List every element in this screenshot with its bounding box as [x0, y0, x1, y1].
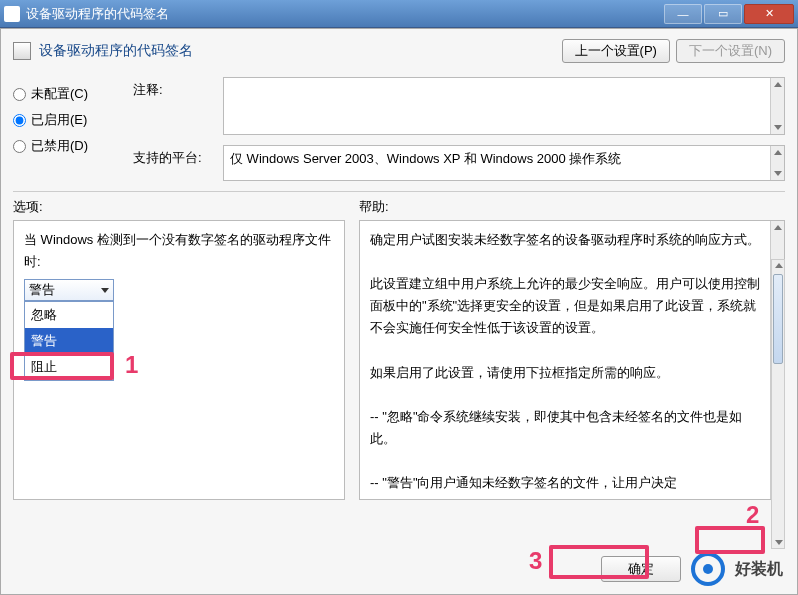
- platform-value: 仅 Windows Server 2003、Windows XP 和 Windo…: [230, 151, 621, 166]
- radio-enabled[interactable]: 已启用(E): [13, 111, 133, 129]
- radio-not-configured-label: 未配置(C): [31, 85, 88, 103]
- comment-label: 注释:: [133, 77, 223, 99]
- comment-textarea[interactable]: [223, 77, 785, 135]
- dropdown-option-ignore[interactable]: 忽略: [25, 302, 113, 328]
- help-title: 帮助:: [359, 198, 785, 216]
- minimize-button[interactable]: —: [664, 4, 702, 24]
- page-title: 设备驱动程序的代码签名: [39, 42, 556, 60]
- behavior-dropdown-value: 警告: [29, 279, 55, 301]
- app-icon: [4, 6, 20, 22]
- annotation-label-2: 2: [746, 501, 759, 529]
- platform-scrollbar[interactable]: [770, 146, 784, 180]
- options-panel: 当 Windows 检测到一个没有数字签名的驱动程序文件时: 警告 忽略 警告 …: [13, 220, 345, 500]
- options-title: 选项:: [13, 198, 345, 216]
- help-p3: 如果启用了此设置，请使用下拉框指定所需的响应。: [370, 362, 766, 384]
- window-title: 设备驱动程序的代码签名: [26, 5, 169, 23]
- behavior-dropdown-list[interactable]: 忽略 警告 阻止: [24, 301, 114, 381]
- help-p4: -- "忽略"命令系统继续安装，即使其中包含未经签名的文件也是如此。: [370, 406, 766, 450]
- watermark-text: 好装机: [735, 559, 783, 580]
- radio-disabled[interactable]: 已禁用(D): [13, 137, 133, 155]
- annotation-box-2: [695, 526, 765, 554]
- radio-disabled-label: 已禁用(D): [31, 137, 88, 155]
- platform-label: 支持的平台:: [133, 145, 223, 167]
- dropdown-option-block[interactable]: 阻止: [25, 354, 113, 380]
- platform-box: 仅 Windows Server 2003、Windows XP 和 Windo…: [223, 145, 785, 181]
- dropdown-option-warn[interactable]: 警告: [25, 328, 113, 354]
- behavior-dropdown[interactable]: 警告 忽略 警告 阻止: [24, 279, 114, 301]
- radio-disabled-input[interactable]: [13, 140, 26, 153]
- radio-not-configured[interactable]: 未配置(C): [13, 85, 133, 103]
- ok-button[interactable]: 确定: [601, 556, 681, 582]
- help-p2: 此设置建立组中用户系统上允许的最少安全响应。用户可以使用控制面板中的"系统"选择…: [370, 273, 766, 339]
- options-prompt: 当 Windows 检测到一个没有数字签名的驱动程序文件时:: [24, 229, 334, 273]
- chevron-down-icon: [101, 288, 109, 293]
- comment-scrollbar[interactable]: [770, 78, 784, 134]
- policy-icon: [13, 42, 31, 60]
- help-p1: 确定用户试图安装未经数字签名的设备驱动程序时系统的响应方式。: [370, 229, 766, 251]
- titlebar: 设备驱动程序的代码签名 — ▭ ✕: [0, 0, 798, 28]
- close-button[interactable]: ✕: [744, 4, 794, 24]
- radio-enabled-label: 已启用(E): [31, 111, 87, 129]
- prev-setting-button[interactable]: 上一个设置(P): [562, 39, 670, 63]
- next-setting-button: 下一个设置(N): [676, 39, 785, 63]
- radio-enabled-input[interactable]: [13, 114, 26, 127]
- help-panel: 确定用户试图安装未经数字签名的设备驱动程序时系统的响应方式。 此设置建立组中用户…: [359, 220, 785, 500]
- annotation-label-3: 3: [529, 547, 542, 575]
- radio-not-configured-input[interactable]: [13, 88, 26, 101]
- watermark-logo-icon: [691, 552, 725, 586]
- help-p5: -- "警告"向用户通知未经数字签名的文件，让用户决定: [370, 472, 766, 494]
- window-scrollbar[interactable]: [771, 259, 785, 549]
- maximize-button[interactable]: ▭: [704, 4, 742, 24]
